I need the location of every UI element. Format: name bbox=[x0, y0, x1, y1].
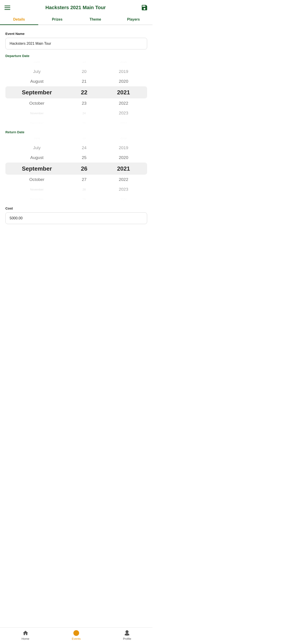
return-date-label: Return Date bbox=[5, 130, 147, 134]
picker-item-selected: 2021 bbox=[100, 86, 147, 98]
tab-prizes[interactable]: Prizes bbox=[38, 14, 76, 24]
picker-item: 23 bbox=[68, 136, 100, 143]
picker-item: 2018 bbox=[100, 60, 147, 67]
picker-item: 25 bbox=[68, 118, 100, 125]
tab-players[interactable]: Players bbox=[114, 14, 153, 24]
departure-year-column[interactable]: 2017 2018 2019 2020 2021 2022 2023 2024 … bbox=[100, 60, 147, 125]
header: Hacksters 2021 Main Tour bbox=[0, 0, 152, 14]
picker-item: August bbox=[5, 76, 68, 86]
departure-date-picker[interactable]: June July August September October Novem… bbox=[5, 60, 147, 125]
picker-item: 2019 bbox=[100, 67, 147, 76]
picker-item: 2019 bbox=[100, 143, 147, 153]
picker-item-selected: September bbox=[5, 86, 68, 98]
picker-item: 2022 bbox=[100, 98, 147, 108]
picker-item: June bbox=[5, 136, 68, 143]
event-name-label: Event Name bbox=[5, 32, 147, 36]
picker-item: November bbox=[5, 184, 68, 194]
departure-day-column[interactable]: 19 20 21 22 23 24 25 bbox=[68, 60, 100, 125]
cost-input[interactable] bbox=[5, 212, 147, 224]
picker-item: 27 bbox=[68, 175, 100, 184]
picker-item: December bbox=[5, 118, 68, 125]
hamburger-menu[interactable] bbox=[4, 6, 10, 10]
picker-item: August bbox=[5, 153, 68, 162]
picker-item: 2023 bbox=[100, 108, 147, 118]
picker-item-selected: 26 bbox=[68, 162, 100, 175]
picker-item-selected: 22 bbox=[68, 86, 100, 98]
return-date-picker[interactable]: June July August September October Novem… bbox=[5, 136, 147, 201]
picker-item: 23 bbox=[68, 98, 100, 108]
picker-item-selected: 2021 bbox=[100, 162, 147, 175]
return-year-column[interactable]: 2017 2018 2019 2020 2021 2022 2023 2024 … bbox=[100, 136, 147, 201]
picker-item: October bbox=[5, 175, 68, 184]
picker-item: 24 bbox=[68, 143, 100, 153]
picker-item: 24 bbox=[68, 108, 100, 118]
picker-item: 20 bbox=[68, 67, 100, 76]
picker-item: July bbox=[5, 143, 68, 153]
picker-item: 19 bbox=[68, 60, 100, 67]
picker-item: 2024 bbox=[100, 194, 147, 201]
picker-item: November bbox=[5, 108, 68, 118]
picker-item: 2023 bbox=[100, 184, 147, 194]
event-name-input[interactable] bbox=[5, 38, 147, 50]
picker-item: 2024 bbox=[100, 118, 147, 125]
cost-label: Cost bbox=[5, 206, 147, 210]
picker-item: December bbox=[5, 194, 68, 201]
picker-item: October bbox=[5, 98, 68, 108]
picker-item: July bbox=[5, 67, 68, 76]
return-month-column[interactable]: June July August September October Novem… bbox=[5, 136, 68, 201]
picker-item: 28 bbox=[68, 184, 100, 194]
tab-details[interactable]: Details bbox=[0, 14, 38, 24]
picker-item: 2022 bbox=[100, 175, 147, 184]
page-title: Hacksters 2021 Main Tour bbox=[10, 5, 141, 10]
picker-item: 29 bbox=[68, 194, 100, 201]
departure-month-column[interactable]: June July August September October Novem… bbox=[5, 60, 68, 125]
picker-item: 2020 bbox=[100, 76, 147, 86]
picker-item: 25 bbox=[68, 153, 100, 162]
main-content: Event Name Departure Date June July Augu… bbox=[0, 25, 152, 255]
picker-item: 21 bbox=[68, 76, 100, 86]
save-button[interactable] bbox=[141, 4, 148, 11]
return-day-column[interactable]: 23 24 25 26 27 28 29 bbox=[68, 136, 100, 201]
departure-date-label: Departure Date bbox=[5, 54, 147, 58]
picker-item-selected: September bbox=[5, 162, 68, 175]
picker-item: June bbox=[5, 60, 68, 67]
tab-theme[interactable]: Theme bbox=[76, 14, 114, 24]
tabs-bar: Details Prizes Theme Players bbox=[0, 14, 152, 25]
picker-item: 2020 bbox=[100, 153, 147, 162]
picker-item: 2018 bbox=[100, 136, 147, 143]
